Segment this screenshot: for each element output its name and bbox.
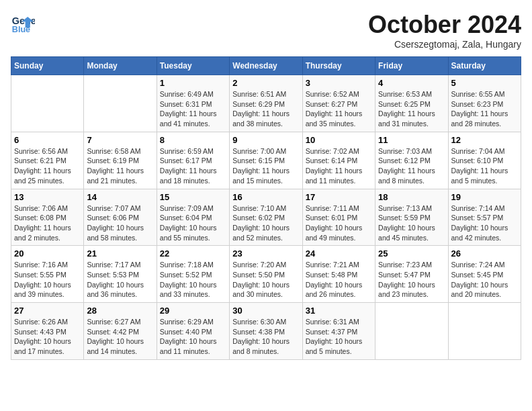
daylight-text: Daylight: 10 hours and 33 minutes. <box>160 281 217 299</box>
week-row-5: 27 Sunrise: 6:26 AM Sunset: 4:43 PM Dayl… <box>11 303 521 360</box>
day-number: 10 <box>306 135 372 145</box>
day-info: Sunrise: 7:23 AM Sunset: 5:47 PM Dayligh… <box>378 260 445 300</box>
daylight-text: Daylight: 11 hours and 8 minutes. <box>378 167 435 185</box>
calendar-cell: 6 Sunrise: 6:56 AM Sunset: 6:21 PM Dayli… <box>11 132 84 189</box>
day-info: Sunrise: 6:52 AM Sunset: 6:27 PM Dayligh… <box>306 89 372 129</box>
calendar-cell: 11 Sunrise: 7:03 AM Sunset: 6:12 PM Dayl… <box>375 132 448 189</box>
calendar-cell: 29 Sunrise: 6:29 AM Sunset: 4:40 PM Dayl… <box>157 303 229 360</box>
day-info: Sunrise: 6:29 AM Sunset: 4:40 PM Dayligh… <box>160 317 226 357</box>
day-number: 27 <box>14 306 81 316</box>
logo-icon: General Blue <box>11 11 35 35</box>
sunset-text: Sunset: 4:37 PM <box>306 328 358 336</box>
sunrise-text: Sunrise: 7:03 AM <box>378 147 432 155</box>
daylight-text: Daylight: 11 hours and 11 minutes. <box>306 167 363 185</box>
day-info: Sunrise: 6:49 AM Sunset: 6:31 PM Dayligh… <box>160 89 226 129</box>
calendar-header-row: SundayMondayTuesdayWednesdayThursdayFrid… <box>11 57 521 75</box>
day-number: 17 <box>306 192 372 202</box>
sunset-text: Sunset: 6:27 PM <box>306 100 358 108</box>
day-number: 12 <box>451 135 518 145</box>
sunset-text: Sunset: 5:52 PM <box>160 271 212 279</box>
month-title: October 2024 <box>368 11 521 39</box>
calendar-cell <box>11 75 84 132</box>
calendar-cell: 25 Sunrise: 7:23 AM Sunset: 5:47 PM Dayl… <box>375 246 448 303</box>
daylight-text: Daylight: 10 hours and 52 minutes. <box>232 224 290 242</box>
header-monday: Monday <box>84 57 157 75</box>
sunrise-text: Sunrise: 7:23 AM <box>378 261 432 269</box>
day-info: Sunrise: 6:55 AM Sunset: 6:23 PM Dayligh… <box>451 89 518 129</box>
sunset-text: Sunset: 6:21 PM <box>14 156 66 165</box>
week-row-3: 13 Sunrise: 7:06 AM Sunset: 6:08 PM Dayl… <box>11 189 521 246</box>
day-info: Sunrise: 7:04 AM Sunset: 6:10 PM Dayligh… <box>451 146 518 186</box>
day-number: 6 <box>14 135 81 145</box>
sunset-text: Sunset: 5:57 PM <box>451 214 504 222</box>
calendar-cell: 26 Sunrise: 7:24 AM Sunset: 5:45 PM Dayl… <box>448 246 521 303</box>
sunset-text: Sunset: 5:55 PM <box>14 271 66 279</box>
day-info: Sunrise: 7:13 AM Sunset: 5:59 PM Dayligh… <box>378 203 445 243</box>
sunset-text: Sunset: 6:06 PM <box>87 214 139 222</box>
daylight-text: Daylight: 11 hours and 25 minutes. <box>14 167 71 185</box>
day-info: Sunrise: 6:26 AM Sunset: 4:43 PM Dayligh… <box>14 317 81 357</box>
calendar-cell: 16 Sunrise: 7:10 AM Sunset: 6:02 PM Dayl… <box>230 189 302 246</box>
day-info: Sunrise: 6:30 AM Sunset: 4:38 PM Dayligh… <box>232 317 299 357</box>
daylight-text: Daylight: 10 hours and 8 minutes. <box>232 337 290 355</box>
sunset-text: Sunset: 6:10 PM <box>451 156 504 165</box>
day-info: Sunrise: 7:18 AM Sunset: 5:52 PM Dayligh… <box>160 260 226 300</box>
calendar-cell: 21 Sunrise: 7:17 AM Sunset: 5:53 PM Dayl… <box>84 246 157 303</box>
day-number: 9 <box>232 135 299 145</box>
sunrise-text: Sunrise: 6:56 AM <box>14 147 68 155</box>
calendar-cell: 31 Sunrise: 6:31 AM Sunset: 4:37 PM Dayl… <box>302 303 375 360</box>
sunrise-text: Sunrise: 6:55 AM <box>451 90 505 98</box>
sunset-text: Sunset: 6:02 PM <box>232 214 285 222</box>
day-info: Sunrise: 7:14 AM Sunset: 5:57 PM Dayligh… <box>451 203 518 243</box>
sunrise-text: Sunrise: 7:06 AM <box>14 204 68 212</box>
day-number: 18 <box>378 192 445 202</box>
sunrise-text: Sunrise: 6:59 AM <box>160 147 214 155</box>
location-subtitle: Cserszegtomaj, Zala, Hungary <box>368 39 521 50</box>
daylight-text: Daylight: 11 hours and 41 minutes. <box>160 109 217 128</box>
calendar-cell: 9 Sunrise: 7:00 AM Sunset: 6:15 PM Dayli… <box>230 132 302 189</box>
calendar-cell: 15 Sunrise: 7:09 AM Sunset: 6:04 PM Dayl… <box>157 189 229 246</box>
sunrise-text: Sunrise: 7:24 AM <box>451 261 505 269</box>
sunset-text: Sunset: 5:47 PM <box>378 271 431 279</box>
sunrise-text: Sunrise: 7:11 AM <box>306 204 359 212</box>
calendar-cell: 23 Sunrise: 7:20 AM Sunset: 5:50 PM Dayl… <box>230 246 302 303</box>
calendar-cell: 17 Sunrise: 7:11 AM Sunset: 6:01 PM Dayl… <box>302 189 375 246</box>
sunrise-text: Sunrise: 7:09 AM <box>160 204 214 212</box>
calendar-cell: 18 Sunrise: 7:13 AM Sunset: 5:59 PM Dayl… <box>375 189 448 246</box>
sunset-text: Sunset: 5:53 PM <box>87 271 139 279</box>
day-info: Sunrise: 7:09 AM Sunset: 6:04 PM Dayligh… <box>160 203 226 243</box>
logo: General Blue <box>11 11 35 35</box>
header-thursday: Thursday <box>302 57 375 75</box>
calendar-cell: 3 Sunrise: 6:52 AM Sunset: 6:27 PM Dayli… <box>302 75 375 132</box>
sunset-text: Sunset: 4:38 PM <box>232 328 285 336</box>
day-number: 22 <box>160 248 226 259</box>
day-info: Sunrise: 6:51 AM Sunset: 6:29 PM Dayligh… <box>232 89 299 129</box>
sunrise-text: Sunrise: 7:17 AM <box>87 261 140 269</box>
sunset-text: Sunset: 6:01 PM <box>306 214 358 222</box>
calendar-cell: 10 Sunrise: 7:02 AM Sunset: 6:14 PM Dayl… <box>302 132 375 189</box>
sunrise-text: Sunrise: 6:49 AM <box>160 90 214 98</box>
sunset-text: Sunset: 5:59 PM <box>378 214 431 222</box>
day-number: 14 <box>87 192 153 202</box>
daylight-text: Daylight: 10 hours and 36 minutes. <box>87 281 144 299</box>
sunrise-text: Sunrise: 6:27 AM <box>87 318 140 326</box>
header-friday: Friday <box>375 57 448 75</box>
sunset-text: Sunset: 5:45 PM <box>451 271 504 279</box>
sunset-text: Sunset: 6:12 PM <box>378 156 431 165</box>
day-info: Sunrise: 6:53 AM Sunset: 6:25 PM Dayligh… <box>378 89 445 129</box>
sunset-text: Sunset: 6:04 PM <box>160 214 212 222</box>
sunset-text: Sunset: 6:23 PM <box>451 100 504 108</box>
sunrise-text: Sunrise: 7:16 AM <box>14 261 68 269</box>
sunset-text: Sunset: 4:40 PM <box>160 328 212 336</box>
week-row-4: 20 Sunrise: 7:16 AM Sunset: 5:55 PM Dayl… <box>11 246 521 303</box>
daylight-text: Daylight: 11 hours and 2 minutes. <box>14 224 71 242</box>
day-info: Sunrise: 7:21 AM Sunset: 5:48 PM Dayligh… <box>306 260 372 300</box>
day-info: Sunrise: 7:24 AM Sunset: 5:45 PM Dayligh… <box>451 260 518 300</box>
sunrise-text: Sunrise: 7:10 AM <box>232 204 286 212</box>
daylight-text: Daylight: 11 hours and 5 minutes. <box>451 167 508 185</box>
day-info: Sunrise: 7:00 AM Sunset: 6:15 PM Dayligh… <box>232 146 299 186</box>
sunset-text: Sunset: 4:42 PM <box>87 328 139 336</box>
calendar-cell: 2 Sunrise: 6:51 AM Sunset: 6:29 PM Dayli… <box>230 75 302 132</box>
sunset-text: Sunset: 6:15 PM <box>232 156 285 165</box>
sunrise-text: Sunrise: 7:21 AM <box>306 261 359 269</box>
